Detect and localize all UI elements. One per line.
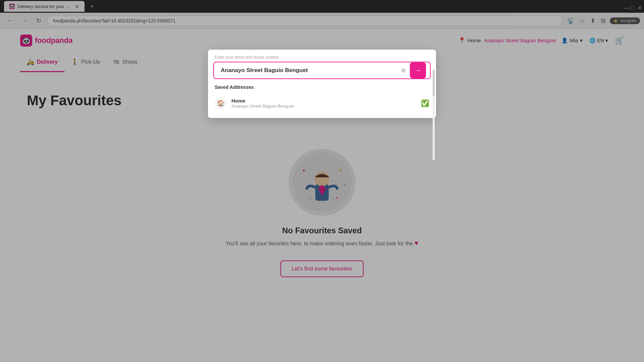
address-input-row: ⊗ →	[213, 62, 431, 79]
address-name: Home	[231, 98, 416, 104]
selected-check-icon: ✅	[421, 99, 429, 107]
clear-address-button[interactable]: ⊗	[399, 65, 407, 75]
address-input-label: Enter your street and house number	[213, 55, 431, 60]
go-button[interactable]: →	[410, 62, 426, 78]
address-input-section: Enter your street and house number ⊗ →	[208, 50, 436, 79]
address-input[interactable]	[218, 62, 399, 78]
address-street: Ananayo Street Baguio Benguet	[231, 104, 416, 109]
saved-address-item[interactable]: 🏠 Home Ananayo Street Baguio Benguet ✅	[208, 93, 436, 114]
scrollbar-thumb	[433, 70, 435, 97]
home-address-icon: 🏠	[215, 97, 227, 109]
dropdown-scrollbar[interactable]	[433, 70, 435, 160]
saved-addresses-label: Saved Addresses	[208, 79, 436, 93]
address-dropdown: Enter your street and house number ⊗ → S…	[208, 50, 436, 118]
address-info: Home Ananayo Street Baguio Benguet	[231, 98, 416, 109]
